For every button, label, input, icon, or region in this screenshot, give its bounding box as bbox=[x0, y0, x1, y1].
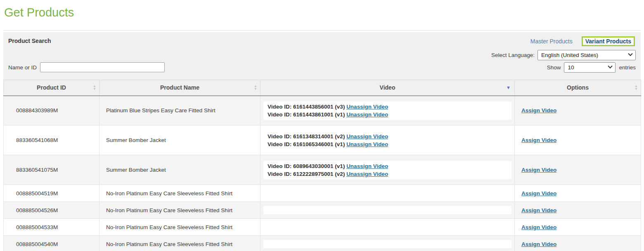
assign-video-link[interactable]: Assign Video bbox=[521, 107, 556, 114]
tab-master-products[interactable]: Master Products bbox=[530, 38, 573, 45]
table-row: 008885004533MNo-Iron Platinum Easy Care … bbox=[4, 219, 641, 236]
show-entries-select[interactable]: 10 bbox=[564, 62, 616, 73]
video-id-text: Video ID: 6161065346001 (v1) bbox=[268, 141, 346, 147]
name-or-id-label: Name or ID bbox=[8, 64, 37, 71]
products-table: Product ID ▲▼ Product Name ▲▼ Video ▼ Op… bbox=[3, 80, 641, 251]
assign-video-link[interactable]: Assign Video bbox=[521, 190, 556, 197]
title-bar: Get Products bbox=[0, 0, 644, 19]
entries-label: entries bbox=[619, 64, 636, 71]
product-id-cell: 008885004526M bbox=[4, 202, 99, 219]
video-id-text: Video ID: 6161443856001 (v3) bbox=[268, 104, 346, 110]
product-search-heading: Product Search bbox=[8, 36, 51, 44]
language-select-value: English (United States) bbox=[541, 52, 598, 58]
video-entry: Video ID: 6161443861001 (v1) Unassign Vi… bbox=[268, 111, 507, 118]
video-id-text: Video ID: 6161348314001 (v2) bbox=[268, 133, 346, 140]
unassign-video-link[interactable]: Unassign Video bbox=[346, 104, 388, 110]
chevron-down-icon bbox=[628, 52, 632, 56]
video-cell bbox=[260, 202, 515, 219]
options-cell: Assign Video bbox=[515, 219, 641, 236]
video-assignments-box: Video ID: 6161348314001 (v2) Unassign Vi… bbox=[263, 131, 511, 149]
video-entry: Video ID: 6161443856001 (v3) Unassign Vi… bbox=[268, 103, 507, 111]
product-id-cell: 008885004533M bbox=[4, 219, 99, 236]
product-id-cell: 008885004519M bbox=[4, 185, 99, 202]
show-entries-value: 10 bbox=[568, 64, 574, 71]
table-row: 008885004540MNo-Iron Platinum Easy Care … bbox=[4, 236, 641, 251]
sort-icon[interactable]: ▲▼ bbox=[254, 85, 257, 90]
video-assignments-box bbox=[263, 206, 511, 214]
table-header-row: Product ID ▲▼ Product Name ▲▼ Video ▼ Op… bbox=[4, 80, 641, 96]
unassign-video-link[interactable]: Unassign Video bbox=[346, 111, 388, 118]
assign-video-link[interactable]: Assign Video bbox=[521, 207, 556, 213]
video-cell bbox=[260, 185, 515, 202]
video-cell bbox=[260, 236, 515, 251]
show-label: Show bbox=[547, 64, 561, 71]
video-assignments-box: Video ID: 6089643030001 (v1) Unassign Vi… bbox=[263, 161, 511, 179]
video-cell: Video ID: 6161348314001 (v2) Unassign Vi… bbox=[260, 126, 515, 155]
page-title: Get Products bbox=[4, 6, 644, 19]
product-id-cell: 008885004540M bbox=[4, 236, 99, 251]
video-id-text: Video ID: 6161443861001 (v1) bbox=[268, 111, 346, 118]
video-entry: Video ID: 6161065346001 (v1) Unassign Vi… bbox=[268, 140, 507, 148]
video-cell: Video ID: 6161443856001 (v3) Unassign Vi… bbox=[260, 96, 515, 126]
options-cell: Assign Video bbox=[515, 155, 641, 185]
options-cell: Assign Video bbox=[515, 96, 641, 126]
options-cell: Assign Video bbox=[515, 126, 641, 155]
title-separator bbox=[3, 30, 641, 31]
unassign-video-link[interactable]: Unassign Video bbox=[346, 141, 388, 147]
unassign-video-link[interactable]: Unassign Video bbox=[346, 133, 388, 140]
product-type-tabs: Master Products Variant Products bbox=[530, 36, 636, 46]
unassign-video-link[interactable]: Unassign Video bbox=[346, 163, 388, 169]
sort-icon[interactable]: ▲▼ bbox=[93, 85, 96, 90]
options-cell: Assign Video bbox=[515, 185, 641, 202]
sort-descending-icon[interactable]: ▼ bbox=[506, 85, 511, 90]
column-header-options[interactable]: Options ▲▼ bbox=[515, 80, 641, 96]
table-row: 883360541075MSummer Bomber JacketVideo I… bbox=[4, 155, 641, 185]
video-assignments-box bbox=[263, 223, 511, 231]
table-body: 008884303989MPlatinum Blue Stripes Easy … bbox=[4, 96, 641, 251]
select-language-label: Select Language: bbox=[491, 52, 535, 58]
product-search-panel: Product Search Master Products Variant P… bbox=[3, 32, 641, 80]
sort-icon[interactable]: ▲▼ bbox=[635, 85, 638, 90]
video-id-text: Video ID: 6089643030001 (v1) bbox=[268, 163, 346, 169]
table-row: 883360541068MSummer Bomber JacketVideo I… bbox=[4, 126, 641, 155]
product-id-cell: 883360541075M bbox=[4, 155, 99, 185]
product-id-cell: 883360541068M bbox=[4, 126, 99, 155]
product-name-cell: No-Iron Platinum Easy Care Sleeveless Fi… bbox=[99, 202, 260, 219]
column-header-video[interactable]: Video ▼ bbox=[260, 80, 515, 96]
options-cell: Assign Video bbox=[515, 236, 641, 251]
column-header-product-id[interactable]: Product ID ▲▼ bbox=[4, 80, 99, 96]
video-entry: Video ID: 6122228975001 (v2) Unassign Vi… bbox=[268, 170, 507, 178]
tab-variant-products[interactable]: Variant Products bbox=[582, 36, 635, 46]
product-name-cell: Platinum Blue Stripes Easy Care Fitted S… bbox=[99, 96, 260, 126]
product-name-cell: Summer Bomber Jacket bbox=[99, 126, 260, 155]
unassign-video-link[interactable]: Unassign Video bbox=[346, 171, 388, 177]
language-select[interactable]: English (United States) bbox=[537, 50, 636, 60]
product-name-cell: No-Iron Platinum Easy Care Sleeveless Fi… bbox=[99, 219, 260, 236]
assign-video-link[interactable]: Assign Video bbox=[521, 137, 556, 143]
product-name-cell: Summer Bomber Jacket bbox=[99, 155, 260, 185]
video-entry: Video ID: 6089643030001 (v1) Unassign Vi… bbox=[268, 162, 507, 170]
chevron-down-icon bbox=[608, 64, 613, 69]
assign-video-link[interactable]: Assign Video bbox=[521, 241, 556, 247]
column-header-product-name[interactable]: Product Name ▲▼ bbox=[99, 80, 260, 96]
video-assignments-box bbox=[263, 189, 511, 197]
video-cell: Video ID: 6089643030001 (v1) Unassign Vi… bbox=[260, 155, 515, 185]
table-row: 008885004519MNo-Iron Platinum Easy Care … bbox=[4, 185, 641, 202]
product-name-cell: No-Iron Platinum Easy Care Sleeveless Fi… bbox=[99, 236, 260, 251]
product-id-cell: 008884303989M bbox=[4, 96, 99, 126]
table-row: 008884303989MPlatinum Blue Stripes Easy … bbox=[4, 96, 641, 126]
assign-video-link[interactable]: Assign Video bbox=[521, 224, 556, 230]
name-or-id-input[interactable] bbox=[40, 62, 165, 72]
table-row: 008885004526MNo-Iron Platinum Easy Care … bbox=[4, 202, 641, 219]
video-entry: Video ID: 6161348314001 (v2) Unassign Vi… bbox=[268, 133, 507, 140]
video-assignments-box: Video ID: 6161443856001 (v3) Unassign Vi… bbox=[263, 102, 511, 120]
video-cell bbox=[260, 219, 515, 236]
product-name-cell: No-Iron Platinum Easy Care Sleeveless Fi… bbox=[99, 185, 260, 202]
video-assignments-box bbox=[263, 240, 511, 248]
options-cell: Assign Video bbox=[515, 202, 641, 219]
assign-video-link[interactable]: Assign Video bbox=[521, 167, 556, 173]
video-id-text: Video ID: 6122228975001 (v2) bbox=[268, 171, 346, 177]
